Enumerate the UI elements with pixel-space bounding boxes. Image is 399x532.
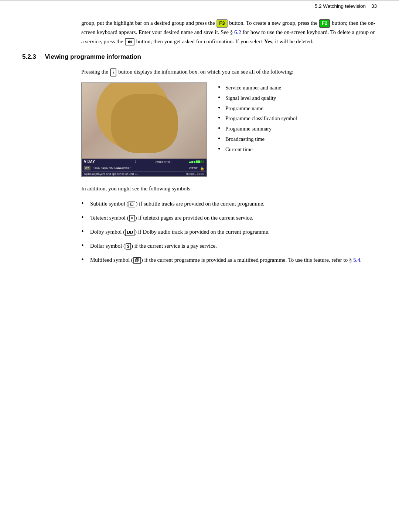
- freq-label: 3980 MHz: [139, 160, 187, 164]
- signal-bar: [189, 160, 204, 163]
- sig1: [189, 162, 191, 163]
- bullet-text-3: Programme name: [225, 105, 263, 113]
- info-key: i: [110, 68, 117, 77]
- dollar-bullet-text: Dollar symbol ($) if the current service…: [90, 241, 377, 250]
- subtitle-bullet-text: Subtitle symbol (⊡) if subtitle tracks a…: [90, 199, 377, 208]
- detail-bullet-dot: •: [81, 228, 89, 235]
- bullet-dot: •: [218, 115, 224, 121]
- detail-bullet-subtitle: • Subtitle symbol (⊡) if subtitle tracks…: [81, 199, 377, 208]
- bullet-dot: •: [218, 94, 224, 101]
- multifeed-bullet-text: Multifeed symbol (🗐) if the current prog…: [90, 255, 377, 264]
- section-number: 5.2.3: [22, 53, 36, 60]
- sig4: [196, 160, 198, 163]
- list-item: • Service number and name: [218, 84, 377, 92]
- back-key: ⏭: [125, 38, 134, 46]
- teletext-symbol: ≡: [129, 215, 135, 222]
- detail-bullet-dot: •: [81, 256, 89, 263]
- header-section: 5.2 Watching television: [315, 3, 366, 9]
- ref-5-4[interactable]: 5.4: [353, 257, 360, 263]
- sig7: [202, 160, 204, 163]
- section-intro-text: Pressing the i button displays the infor…: [81, 67, 377, 77]
- subtitle-symbol: ⊡: [129, 201, 135, 208]
- list-item: • Programme classification symbol: [218, 115, 377, 123]
- bullet-text-4: Programme classification symbol: [225, 115, 297, 123]
- multifeed-symbol: 🗐: [133, 257, 141, 264]
- bullet-text-6: Broadcasting time: [225, 135, 265, 143]
- sig5: [198, 160, 200, 163]
- dolby-symbol: DD: [125, 229, 134, 236]
- main-content: group, put the highlight bar on a desire…: [0, 11, 399, 284]
- info-bar-bottom: Spiritual prayers and speeches of Shri B…: [82, 172, 207, 176]
- channel-num: 82: [84, 166, 91, 170]
- time-range: 03:00 – 03:30: [186, 172, 204, 176]
- figure-box: VIJAY ⇕ 3980 MHz: [81, 82, 207, 177]
- info-bar-middle: 82 Jaya Jaya Bhuvaneshwari 03:02 🔒: [82, 165, 207, 172]
- f2-key: F2: [319, 19, 330, 27]
- bullet-text-5: Programme summary: [225, 125, 272, 133]
- detail-bullet-dollar: • Dollar symbol ($) if the current servi…: [81, 241, 377, 250]
- bullet-text-2: Signal level and quality: [225, 94, 276, 102]
- hair-blob2: [111, 94, 178, 153]
- section-heading: 5.2.3 Viewing programme information: [22, 53, 377, 61]
- detail-bullet-dot: •: [81, 242, 89, 249]
- bullet-dot: •: [218, 105, 224, 111]
- f3-key: F3: [216, 19, 227, 27]
- figure-bullet-row: VIJAY ⇕ 3980 MHz: [81, 82, 377, 177]
- header-page: 33: [371, 3, 377, 9]
- detail-bullet-dot: •: [81, 200, 89, 207]
- bullet-text-7: Current time: [225, 146, 253, 154]
- arrow-icon: ⇕: [134, 160, 137, 163]
- additional-intro-text: In addition, you might see the following…: [81, 184, 377, 193]
- info-bar-overlay: VIJAY ⇕ 3980 MHz: [82, 159, 207, 176]
- detail-bullet-multifeed: • Multifeed symbol (🗐) if the current pr…: [81, 255, 377, 264]
- bullet-dot: •: [218, 146, 224, 152]
- header-bar: 5.2 Watching television 33: [0, 0, 399, 11]
- sig2: [191, 161, 193, 163]
- programme-desc: Spiritual prayers and speeches of Shri B…: [84, 172, 186, 176]
- sig6: [200, 160, 202, 163]
- detail-bullet-teletext: • Teletext symbol (≡) if teletext pages …: [81, 213, 377, 222]
- bullet-text-1: Service number and name: [225, 84, 281, 92]
- list-item: • Programme summary: [218, 125, 377, 133]
- dollar-symbol: $: [126, 243, 131, 250]
- intro-paragraph: group, put the highlight bar on a desire…: [81, 18, 377, 46]
- bullet-dot: •: [218, 125, 224, 132]
- detail-bullet-dot: •: [81, 214, 89, 221]
- lock-icon: 🔒: [200, 166, 204, 170]
- list-item: • Programme name: [218, 105, 377, 113]
- bullet-list: • Service number and name • Signal level…: [218, 84, 377, 153]
- bullet-dot: •: [218, 135, 224, 142]
- list-item: • Broadcasting time: [218, 135, 377, 143]
- bullet-dot: •: [218, 84, 224, 91]
- list-item: • Current time: [218, 146, 377, 154]
- tv-image: VIJAY ⇕ 3980 MHz: [81, 82, 207, 177]
- dolby-bullet-text: Dolby symbol (DD) if Dolby audio track i…: [90, 227, 377, 236]
- teletext-bullet-text: Teletext symbol (≡) if teletext pages ar…: [90, 213, 377, 222]
- time-display: 03:02: [189, 166, 198, 170]
- detail-bullets: • Subtitle symbol (⊡) if subtitle tracks…: [81, 199, 377, 264]
- list-item: • Signal level and quality: [218, 94, 377, 102]
- channel-label: VIJAY: [84, 160, 132, 164]
- channel-name: Jaya Jaya Bhuvaneshwari: [93, 166, 189, 170]
- info-bar-top: VIJAY ⇕ 3980 MHz: [82, 159, 207, 165]
- bullet-list-col: • Service number and name • Signal level…: [218, 82, 377, 156]
- page-container: 5.2 Watching television 33 group, put th…: [0, 0, 399, 532]
- sig3: [194, 161, 195, 163]
- detail-bullet-dolby: • Dolby symbol (DD) if Dolby audio track…: [81, 227, 377, 236]
- section-title: Viewing programme information: [45, 53, 141, 60]
- ref-6-2[interactable]: 6.2: [234, 29, 241, 35]
